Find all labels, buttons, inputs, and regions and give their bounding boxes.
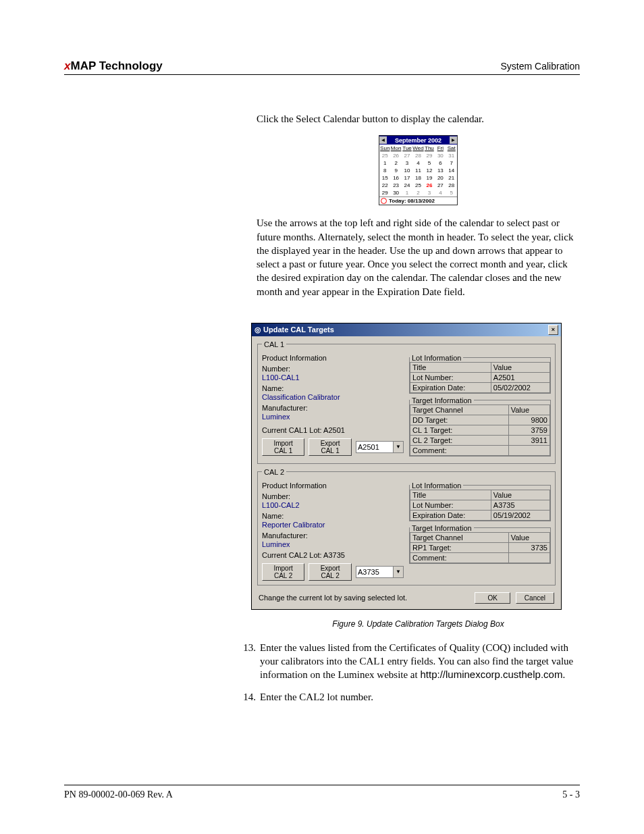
- cal2-product-legend: Product Information: [262, 481, 327, 490]
- cal2-name-label: Name:: [262, 512, 404, 520]
- cal2-legend: CAL 2: [262, 468, 286, 476]
- ok-button[interactable]: OK: [475, 592, 510, 604]
- cal2-group: CAL 2 Product Information Number: L100-C…: [257, 468, 556, 585]
- table-row: CL 2 Target:3911: [410, 435, 550, 445]
- table-row: DD Target:9800: [410, 415, 550, 425]
- table-row: Comment:: [410, 552, 550, 563]
- cal2-lot-dropdown-input[interactable]: [356, 567, 393, 577]
- table-row: Comment:: [410, 445, 550, 455]
- table-row: RP1 Target:3735: [410, 542, 550, 552]
- cal1-lot-info: Lot Information TitleValue Lot Number:A2…: [409, 354, 551, 394]
- cal1-lot-dropdown-input[interactable]: [356, 442, 393, 452]
- page-header: xMAP Technology System Calibration: [64, 59, 580, 75]
- footer-left: PN 89-00002-00-069 Rev. A: [64, 789, 173, 800]
- table-row: CL 1 Target:3759: [410, 425, 550, 435]
- cal2-lot-info: Lot Information TitleValue Lot Number:A3…: [409, 481, 551, 521]
- cal2-lot-dropdown[interactable]: ▼: [356, 566, 404, 578]
- import-cal2-button[interactable]: Import CAL 2: [262, 563, 304, 581]
- calendar-today-label: Today: 08/13/2002: [389, 198, 435, 204]
- cal1-legend: CAL 1: [262, 340, 286, 348]
- calendar-next-icon[interactable]: ►: [450, 136, 457, 144]
- step-13-url: http://luminexcorp.custhelp.com: [420, 669, 562, 680]
- cal2-target-info: Target Information Target ChannelValue R…: [409, 524, 551, 564]
- calendar-prev-icon[interactable]: ◄: [379, 136, 387, 144]
- table-row: Expiration Date:05/02/2002: [410, 382, 550, 392]
- cal2-manuf-value: Luminex: [262, 540, 404, 548]
- cal1-current-lot: Current CAL1 Lot: A2501: [262, 426, 404, 434]
- cal1-manuf-label: Manufacturer:: [262, 404, 404, 412]
- cal2-number-value: L100-CAL2: [262, 501, 404, 509]
- cal1-manuf-value: Luminex: [262, 413, 404, 421]
- calendar-today-row[interactable]: Today: 08/13/2002: [379, 197, 457, 205]
- table-row: Expiration Date:05/19/2002: [410, 510, 550, 520]
- cancel-button[interactable]: Cancel: [516, 592, 554, 604]
- calendar-month-label[interactable]: September 2002: [395, 137, 441, 144]
- step-14: 14. Enter the CAL2 lot number.: [234, 690, 580, 704]
- cal2-current-lot: Current CAL2 Lot: A3735: [262, 551, 404, 559]
- cal2-manuf-label: Manufacturer:: [262, 531, 404, 540]
- chevron-down-icon[interactable]: ▼: [393, 567, 403, 577]
- cal1-name-value: Classification Calibrator: [262, 393, 404, 401]
- paragraph-2: Use the arrows at the top left and right…: [257, 216, 580, 298]
- step-13: 13. Enter the values listed from the Cer…: [234, 641, 580, 682]
- today-circle-icon: [381, 198, 387, 204]
- cal1-product-legend: Product Information: [262, 354, 327, 362]
- cal1-number-value: L100-CAL1: [262, 373, 404, 382]
- dialog-title: ◎ Update CAL Targets: [254, 325, 334, 334]
- table-row: Lot Number:A3735: [410, 500, 550, 510]
- table-row: Lot Number:A2501: [410, 372, 550, 382]
- chevron-down-icon[interactable]: ▼: [393, 442, 403, 452]
- section-title: System Calibration: [501, 61, 581, 72]
- import-cal1-button[interactable]: Import CAL 1: [262, 438, 304, 456]
- cal1-group: CAL 1 Product Information Number: L100-C…: [257, 340, 556, 464]
- calendar-day-headers: Sun Mon Tue Wed Thu Fri Sat: [379, 145, 457, 152]
- figure-caption: Figure 9. Update Calibration Targets Dia…: [257, 619, 580, 629]
- step-14-text: Enter the CAL2 lot number.: [260, 690, 580, 704]
- cal2-name-value: Reporter Calibrator: [262, 521, 404, 529]
- dialog-bullet-icon: ◎: [254, 325, 263, 334]
- calendar-days[interactable]: 25262728293031 1234567 891011121314 1516…: [379, 152, 457, 197]
- export-cal1-button[interactable]: Export CAL 1: [308, 438, 352, 456]
- cal1-name-label: Name:: [262, 384, 404, 392]
- cal1-number-label: Number:: [262, 365, 404, 373]
- cal2-number-label: Number:: [262, 492, 404, 500]
- brand: xMAP Technology: [64, 59, 163, 73]
- step-number: 14.: [234, 690, 260, 704]
- page-footer: PN 89-00002-00-069 Rev. A 5 - 3: [64, 785, 580, 800]
- close-icon[interactable]: ×: [548, 325, 558, 335]
- footer-right: 5 - 3: [562, 789, 580, 800]
- export-cal2-button[interactable]: Export CAL 2: [308, 563, 352, 581]
- update-cal-targets-dialog: ◎ Update CAL Targets × CAL 1 Product Inf…: [251, 323, 562, 610]
- cal1-target-info: Target Information Target ChannelValue D…: [409, 396, 551, 457]
- cal1-lot-dropdown[interactable]: ▼: [356, 441, 404, 453]
- calendar-widget: ◄ September 2002 ► Sun Mon Tue Wed Thu F…: [379, 135, 458, 205]
- paragraph-1: Click the Select Calendar button to disp…: [257, 112, 580, 126]
- step-number: 13.: [234, 641, 260, 682]
- dialog-footer-note: Change the current lot by saving selecte…: [259, 594, 407, 602]
- brand-rest: MAP Technology: [70, 59, 162, 72]
